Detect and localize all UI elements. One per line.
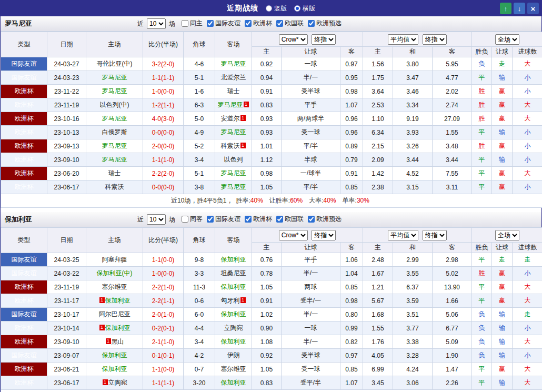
away-team[interactable]: 罗马尼亚: [215, 57, 252, 71]
filter-checkbox[interactable]: 欧国联: [276, 19, 304, 28]
bookmaker-select[interactable]: Crow*: [279, 34, 308, 45]
close-button[interactable]: ×: [527, 3, 539, 14]
home-team[interactable]: 罗马尼亚: [86, 112, 143, 126]
checkbox-input[interactable]: [182, 216, 188, 223]
radio-unselected-icon: [266, 5, 272, 12]
home-team[interactable]: 白俄罗斯: [86, 126, 143, 139]
home-team[interactable]: 罗马尼亚: [86, 139, 143, 153]
home-team[interactable]: 罗马尼亚: [86, 85, 143, 98]
home-team[interactable]: 以色列(中): [86, 98, 143, 112]
checkbox-input[interactable]: [308, 20, 315, 27]
home-team[interactable]: 瑞士: [86, 167, 143, 180]
away-team[interactable]: 罗马尼亚: [215, 167, 252, 180]
checkbox-input[interactable]: [276, 20, 283, 27]
filter-checkbox[interactable]: 同客: [182, 215, 203, 224]
filter-checkbox[interactable]: 欧洲杯: [245, 19, 272, 28]
avg-home-odds: 1.10: [363, 112, 393, 126]
filter-checkbox[interactable]: 欧洲预选: [308, 19, 342, 28]
away-team[interactable]: 保加利亚: [215, 280, 252, 294]
checkbox-label: 欧洲杯: [253, 215, 272, 224]
home-team[interactable]: 1黑山: [86, 335, 143, 349]
home-team[interactable]: 1保加利亚: [86, 321, 143, 335]
match-row: 欧洲杯23-10-141保加利亚0-2(0-1)4-4立陶宛0.90一球0.99…: [1, 321, 542, 335]
match-row: 国际友谊24-03-25阿塞拜疆1-1(0-0)9-8保加利亚0.76平手1.0…: [1, 253, 542, 267]
checkbox-input[interactable]: [207, 20, 214, 27]
home-team[interactable]: 保加利亚: [86, 363, 143, 376]
away-team[interactable]: 伊朗: [215, 349, 252, 363]
filter-checkbox[interactable]: 国际友谊: [207, 215, 240, 224]
avg-away-odds: 3.48: [433, 139, 472, 153]
filter-checkbox[interactable]: 欧国联: [276, 215, 304, 224]
home-team[interactable]: 阿尔巴尼亚: [86, 308, 143, 321]
rounds-select[interactable]: 10: [147, 214, 166, 225]
move-down-button[interactable]: ↓: [514, 3, 525, 14]
away-team[interactable]: 罗马尼亚: [215, 180, 252, 194]
away-team[interactable]: 保加利亚: [215, 253, 252, 267]
average-select[interactable]: 平均值: [388, 230, 418, 240]
checkbox-input[interactable]: [245, 216, 252, 223]
checkbox-input[interactable]: [308, 216, 315, 223]
layout-radio-horizontal[interactable]: 横版: [294, 4, 315, 13]
avg-away-odds: 2.26: [433, 376, 472, 390]
away-team[interactable]: 北爱尔兰: [215, 71, 252, 85]
filter-checkbox[interactable]: 同主: [182, 19, 203, 28]
home-team[interactable]: 罗马尼亚: [86, 71, 143, 85]
match-score: 2-2(1-0): [143, 280, 184, 294]
filter-checkbox[interactable]: 欧洲预选: [308, 215, 342, 224]
match-score: 2-2(1-1): [143, 294, 184, 308]
final-odds-select-2[interactable]: 终指: [423, 230, 447, 240]
avg-away-odds: 5.06: [433, 308, 472, 321]
rounds-select[interactable]: 10: [147, 18, 166, 29]
filter-checkbox[interactable]: 欧洲杯: [245, 215, 272, 224]
checkbox-input[interactable]: [276, 216, 283, 223]
away-team[interactable]: 瑞士: [215, 85, 252, 98]
away-team[interactable]: 以色列: [215, 153, 252, 167]
home-team[interactable]: 1立陶宛: [86, 376, 143, 390]
away-team[interactable]: 科索沃1: [215, 139, 252, 153]
result-handicap: 输: [492, 321, 513, 335]
away-team[interactable]: 保加利亚: [215, 308, 252, 321]
away-team[interactable]: 坦桑尼亚: [215, 267, 252, 280]
away-team[interactable]: 保加利亚: [215, 335, 252, 349]
competition-type: 欧洲杯: [1, 126, 47, 139]
home-team[interactable]: 哥伦比亚(中): [86, 57, 143, 71]
final-odds-select[interactable]: 终指: [312, 230, 336, 240]
checkbox-input[interactable]: [182, 20, 188, 27]
filter-checkbox[interactable]: 国际友谊: [207, 19, 240, 28]
home-team[interactable]: 保加利亚: [86, 349, 143, 363]
subcol-crown-handicap: 让球: [282, 47, 340, 57]
bookmaker-select[interactable]: Crow*: [279, 230, 308, 240]
away-team[interactable]: 罗马尼亚1: [215, 98, 252, 112]
match-row: 欧洲杯23-06-20瑞士2-2(2-0)5-1罗马尼亚0.98一/球半0.91…: [1, 167, 542, 180]
away-team[interactable]: 保加利亚: [215, 376, 252, 390]
corner-score: 0-6: [184, 294, 215, 308]
subcol-crown-handicap: 让球: [282, 243, 340, 253]
away-team[interactable]: 塞尔维亚: [215, 363, 252, 376]
full-match-select[interactable]: 全场: [495, 230, 519, 240]
crown-home-odds: 1.05: [252, 280, 282, 294]
away-team[interactable]: 匈牙利1: [215, 294, 252, 308]
home-team[interactable]: 科索沃: [86, 180, 143, 194]
crown-home-odds: 0.76: [252, 253, 282, 267]
average-select[interactable]: 平均值: [388, 34, 418, 45]
home-team[interactable]: 塞尔维亚: [86, 280, 143, 294]
home-team[interactable]: 罗马尼亚: [86, 153, 143, 167]
checkbox-label: 同客: [190, 215, 203, 224]
euro-odds-header: 平均值 终指: [363, 32, 472, 47]
section-bulgaria: 保加利亚 近 10 场 同客国际友谊欧洲杯欧国联欧洲预选 类型 日期 主场: [1, 212, 541, 392]
checkbox-input[interactable]: [245, 20, 252, 27]
final-odds-select[interactable]: 终指: [312, 34, 336, 45]
final-odds-select-2[interactable]: 终指: [423, 34, 447, 45]
home-team[interactable]: 保加利亚(中): [86, 267, 143, 280]
away-team[interactable]: 罗马尼亚: [215, 126, 252, 139]
match-row: 国际友谊24-03-23罗马尼亚1-1(1-1)5-1北爱尔兰0.94半/一0.…: [1, 71, 542, 85]
layout-radio-vertical[interactable]: 竖版: [266, 4, 287, 13]
home-team[interactable]: 阿塞拜疆: [86, 253, 143, 267]
checkbox-input[interactable]: [207, 216, 214, 223]
away-team[interactable]: 安道尔1: [215, 112, 252, 126]
home-team[interactable]: 1保加利亚: [86, 294, 143, 308]
corner-score: 5-1: [184, 167, 215, 180]
away-team[interactable]: 立陶宛: [215, 321, 252, 335]
full-match-select[interactable]: 全场: [495, 34, 519, 45]
move-up-button[interactable]: ↑: [500, 3, 511, 14]
